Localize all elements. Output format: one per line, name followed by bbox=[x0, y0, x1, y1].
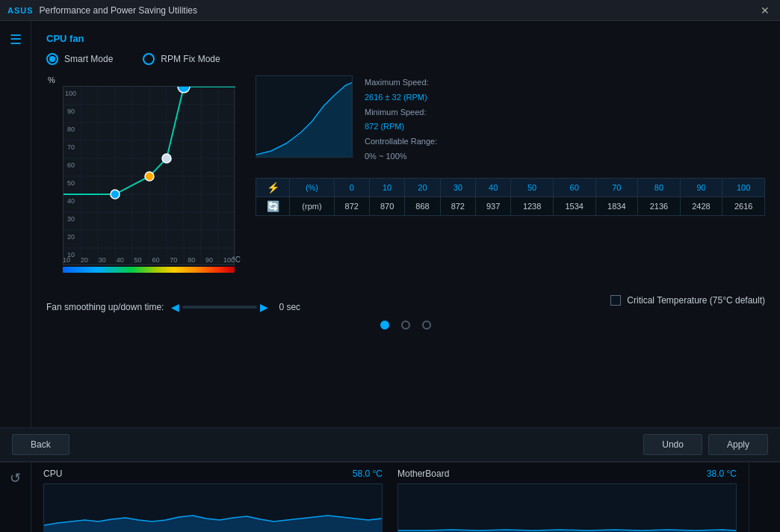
rpm-icon-cell: 🔄 bbox=[256, 197, 290, 215]
speed-chart-svg bbox=[256, 76, 353, 158]
chart-info-row: % bbox=[46, 75, 765, 277]
rpm-fix-mode-option[interactable]: RPM Fix Mode bbox=[143, 53, 220, 65]
pct-0: 0 bbox=[334, 178, 369, 197]
bottom-right-icon: ⚙ bbox=[749, 463, 780, 532]
speed-area: Maximum Speed: 2616 ± 32 (RPM) Minimum S… bbox=[256, 75, 765, 164]
dot-1[interactable] bbox=[380, 321, 389, 330]
undo-button[interactable]: Undo bbox=[643, 434, 702, 455]
chart-svg: 100 90 80 70 60 50 40 30 20 10 bbox=[64, 87, 235, 266]
back-button[interactable]: Back bbox=[12, 434, 69, 455]
fan-table-rpm-row: 🔄 (rpm) 872 870 868 872 937 1238 1534 18… bbox=[256, 197, 765, 215]
dot-3[interactable] bbox=[422, 321, 431, 330]
cpu-graph-svg bbox=[44, 484, 382, 532]
rpm-100: 2616 bbox=[722, 197, 765, 215]
mb-graph-svg bbox=[398, 484, 736, 532]
fan-curve-chart: % bbox=[46, 75, 241, 277]
button-bar: Back Undo Apply bbox=[0, 427, 780, 462]
smoothing-control: Fan smoothing up/down time: ◀ ▶ 0 sec bbox=[46, 301, 300, 313]
rpm-90: 2428 bbox=[680, 197, 722, 215]
svg-point-32 bbox=[178, 87, 190, 93]
chart-x-labels: 10 20 30 40 50 60 70 80 90 100 bbox=[63, 256, 235, 264]
fan-table: ⚡ (%) 0 10 20 30 40 50 60 70 80 90 100 bbox=[256, 178, 765, 216]
rpm-60: 1534 bbox=[553, 197, 595, 215]
rpm-80: 2136 bbox=[638, 197, 681, 215]
pct-80: 80 bbox=[638, 178, 681, 197]
chart-grid[interactable]: 100 90 80 70 60 50 40 30 20 10 bbox=[63, 86, 235, 265]
mb-temp-graph bbox=[397, 483, 737, 532]
svg-text:70: 70 bbox=[67, 143, 75, 151]
sidebar: ☰ bbox=[0, 21, 31, 427]
min-speed-label: Minimum Speed: bbox=[365, 105, 437, 120]
title-bar: ASUS Performance and Power Saving Utilit… bbox=[0, 0, 780, 21]
temps-area: CPU 58.0 °C MotherBoard 38.0 °C bbox=[31, 463, 749, 532]
temp-color-bar bbox=[63, 267, 235, 273]
mb-label: MotherBoard bbox=[397, 468, 449, 479]
cpu-temp-graph bbox=[43, 483, 383, 532]
mb-temp-value: 38.0 °C bbox=[707, 468, 737, 479]
slider-track[interactable] bbox=[182, 306, 257, 309]
chart-unit-label: °C bbox=[232, 256, 241, 264]
slider-container: ◀ ▶ bbox=[171, 301, 268, 313]
back-arrow-icon[interactable]: ↺ bbox=[10, 470, 21, 486]
menu-icon[interactable]: ☰ bbox=[10, 31, 22, 48]
rpm-fix-radio[interactable] bbox=[143, 53, 155, 65]
pct-50: 50 bbox=[511, 178, 554, 197]
rpm-50: 1238 bbox=[511, 197, 554, 215]
rpm-40: 937 bbox=[475, 197, 510, 215]
svg-text:40: 40 bbox=[67, 197, 75, 205]
mode-radio-row: Smart Mode RPM Fix Mode bbox=[46, 53, 765, 65]
svg-rect-37 bbox=[398, 484, 736, 532]
min-speed-value: 872 (RPM) bbox=[365, 120, 437, 134]
svg-text:30: 30 bbox=[67, 215, 75, 223]
rpm-30: 872 bbox=[440, 197, 475, 215]
slider-left-arrow[interactable]: ◀ bbox=[171, 301, 179, 313]
slider-value: 0 sec bbox=[279, 302, 300, 312]
fan-icon-cell: ⚡ bbox=[256, 178, 290, 197]
svg-point-31 bbox=[162, 154, 171, 163]
title-bar-left: ASUS Performance and Power Saving Utilit… bbox=[7, 5, 197, 16]
smart-mode-radio[interactable] bbox=[46, 53, 58, 65]
rpm-fix-label: RPM Fix Mode bbox=[161, 54, 220, 64]
range-value: 0% ~ 100% bbox=[365, 149, 437, 164]
svg-text:90: 90 bbox=[67, 108, 75, 115]
rpm-20: 868 bbox=[405, 197, 440, 215]
max-speed-label: Maximum Speed: bbox=[365, 75, 437, 90]
svg-text:60: 60 bbox=[67, 161, 75, 169]
critical-temp-label: Critical Temperature (75°C default) bbox=[627, 295, 765, 306]
max-speed-value: 2616 ± 32 (RPM) bbox=[365, 90, 437, 105]
rpm-0: 872 bbox=[334, 197, 369, 215]
pct-40: 40 bbox=[475, 178, 510, 197]
pct-30: 30 bbox=[440, 178, 475, 197]
pct-20: 20 bbox=[405, 178, 440, 197]
svg-point-30 bbox=[145, 172, 154, 181]
critical-temp-checkbox[interactable] bbox=[610, 295, 621, 306]
pct-100: 100 bbox=[722, 178, 765, 197]
smoothing-critical-row: Fan smoothing up/down time: ◀ ▶ 0 sec Cr… bbox=[46, 288, 765, 313]
svg-text:100: 100 bbox=[65, 90, 76, 97]
cpu-label: CPU bbox=[43, 468, 62, 479]
percent-header-label: (%) bbox=[290, 178, 334, 197]
close-button[interactable]: ✕ bbox=[758, 4, 773, 16]
svg-text:20: 20 bbox=[67, 233, 75, 241]
section-title: CPU fan bbox=[46, 33, 765, 44]
mb-temp-header: MotherBoard 38.0 °C bbox=[397, 468, 737, 479]
dot-2[interactable] bbox=[401, 321, 410, 330]
slider-right-arrow[interactable]: ▶ bbox=[260, 301, 268, 313]
chart-y-label: % bbox=[48, 75, 55, 84]
cpu-temp-block: CPU 58.0 °C bbox=[43, 468, 383, 532]
action-buttons: Undo Apply bbox=[643, 434, 768, 455]
motherboard-temp-block: MotherBoard 38.0 °C bbox=[397, 468, 737, 532]
range-label: Controllable Range: bbox=[365, 134, 437, 149]
pct-70: 70 bbox=[595, 178, 638, 197]
apply-button[interactable]: Apply bbox=[708, 434, 768, 455]
speed-info-text: Maximum Speed: 2616 ± 32 (RPM) Minimum S… bbox=[365, 75, 437, 164]
bottom-left-icons: ↺ 🌡 bbox=[0, 463, 31, 532]
rpm-70: 1834 bbox=[595, 197, 638, 215]
page-dots bbox=[46, 313, 765, 337]
fan-table-header-row: ⚡ (%) 0 10 20 30 40 50 60 70 80 90 100 bbox=[256, 178, 765, 197]
asus-logo: ASUS bbox=[7, 6, 34, 15]
svg-point-29 bbox=[111, 190, 120, 199]
smart-mode-option[interactable]: Smart Mode bbox=[46, 53, 113, 65]
critical-temp-control: Critical Temperature (75°C default) bbox=[610, 295, 765, 306]
rpm-header-label: (rpm) bbox=[290, 197, 334, 215]
